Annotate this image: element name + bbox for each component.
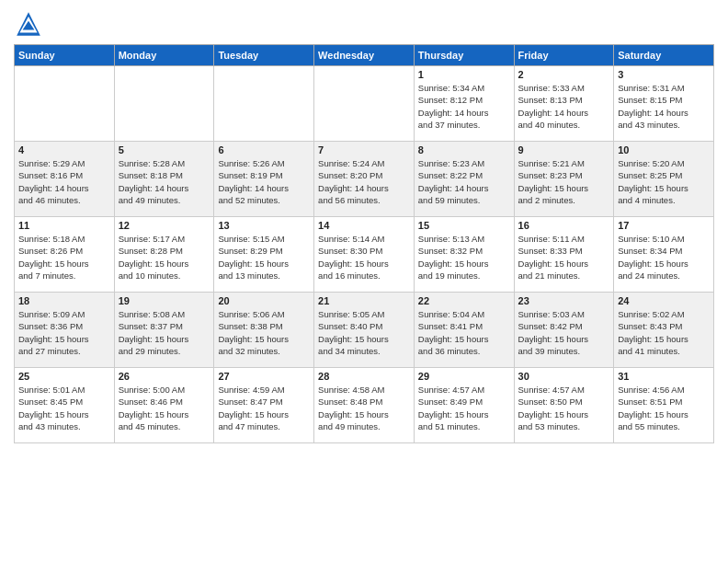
- day-info: Sunrise: 5:04 AM Sunset: 8:41 PM Dayligh…: [418, 308, 510, 357]
- day-number: 26: [119, 371, 210, 382]
- day-number: 10: [618, 144, 710, 155]
- calendar-cell: 24Sunrise: 5:02 AM Sunset: 8:43 PM Dayli…: [614, 293, 714, 368]
- day-info: Sunrise: 5:13 AM Sunset: 8:32 PM Dayligh…: [418, 233, 510, 282]
- day-number: 9: [518, 144, 610, 155]
- calendar-cell: 11Sunrise: 5:18 AM Sunset: 8:26 PM Dayli…: [15, 217, 115, 293]
- day-info: Sunrise: 5:17 AM Sunset: 8:28 PM Dayligh…: [119, 233, 210, 282]
- day-number: 18: [18, 295, 110, 306]
- week-row-5: 25Sunrise: 5:01 AM Sunset: 8:45 PM Dayli…: [15, 368, 714, 443]
- page-container: SundayMondayTuesdayWednesdayThursdayFrid…: [0, 0, 728, 563]
- day-info: Sunrise: 5:23 AM Sunset: 8:22 PM Dayligh…: [418, 157, 510, 206]
- calendar-cell: 30Sunrise: 4:57 AM Sunset: 8:50 PM Dayli…: [514, 368, 614, 443]
- day-number: 4: [18, 144, 110, 155]
- calendar-cell: 18Sunrise: 5:09 AM Sunset: 8:36 PM Dayli…: [15, 293, 115, 368]
- header: [14, 9, 714, 39]
- day-number: 6: [218, 144, 310, 155]
- calendar-cell: 21Sunrise: 5:05 AM Sunset: 8:40 PM Dayli…: [314, 293, 415, 368]
- logo: [14, 9, 47, 39]
- calendar-cell: 7Sunrise: 5:24 AM Sunset: 8:20 PM Daylig…: [314, 142, 415, 217]
- calendar-cell: 15Sunrise: 5:13 AM Sunset: 8:32 PM Dayli…: [414, 217, 514, 293]
- day-number: 28: [318, 371, 410, 382]
- calendar-cell: 16Sunrise: 5:11 AM Sunset: 8:33 PM Dayli…: [514, 217, 614, 293]
- weekday-header-wednesday: Wednesday: [314, 45, 415, 66]
- calendar-cell: 5Sunrise: 5:28 AM Sunset: 8:18 PM Daylig…: [114, 142, 214, 217]
- day-info: Sunrise: 5:10 AM Sunset: 8:34 PM Dayligh…: [618, 233, 710, 282]
- day-number: 2: [518, 69, 610, 80]
- day-info: Sunrise: 5:28 AM Sunset: 8:18 PM Dayligh…: [119, 157, 210, 206]
- calendar-cell: 12Sunrise: 5:17 AM Sunset: 8:28 PM Dayli…: [114, 217, 214, 293]
- calendar-cell: [15, 66, 115, 142]
- day-number: 31: [618, 371, 710, 382]
- calendar-cell: 4Sunrise: 5:29 AM Sunset: 8:16 PM Daylig…: [15, 142, 115, 217]
- week-row-1: 1Sunrise: 5:34 AM Sunset: 8:12 PM Daylig…: [15, 66, 714, 142]
- calendar-cell: 27Sunrise: 4:59 AM Sunset: 8:47 PM Dayli…: [214, 368, 314, 443]
- calendar-cell: 10Sunrise: 5:20 AM Sunset: 8:25 PM Dayli…: [614, 142, 714, 217]
- weekday-header-tuesday: Tuesday: [214, 45, 314, 66]
- calendar-cell: 28Sunrise: 4:58 AM Sunset: 8:48 PM Dayli…: [314, 368, 415, 443]
- day-number: 16: [518, 220, 610, 231]
- day-info: Sunrise: 5:05 AM Sunset: 8:40 PM Dayligh…: [318, 308, 410, 357]
- day-info: Sunrise: 5:11 AM Sunset: 8:33 PM Dayligh…: [518, 233, 610, 282]
- day-number: 19: [119, 295, 210, 306]
- day-number: 5: [119, 144, 210, 155]
- calendar-cell: 23Sunrise: 5:03 AM Sunset: 8:42 PM Dayli…: [514, 293, 614, 368]
- calendar-cell: [314, 66, 415, 142]
- day-number: 21: [318, 295, 410, 306]
- weekday-header-thursday: Thursday: [414, 45, 514, 66]
- day-number: 22: [418, 295, 510, 306]
- calendar-cell: 31Sunrise: 4:56 AM Sunset: 8:51 PM Dayli…: [614, 368, 714, 443]
- day-number: 17: [618, 220, 710, 231]
- calendar-cell: 22Sunrise: 5:04 AM Sunset: 8:41 PM Dayli…: [414, 293, 514, 368]
- calendar-cell: [214, 66, 314, 142]
- weekday-header-row: SundayMondayTuesdayWednesdayThursdayFrid…: [15, 45, 714, 66]
- calendar-cell: 20Sunrise: 5:06 AM Sunset: 8:38 PM Dayli…: [214, 293, 314, 368]
- day-number: 14: [318, 220, 410, 231]
- day-number: 12: [119, 220, 210, 231]
- day-info: Sunrise: 5:18 AM Sunset: 8:26 PM Dayligh…: [18, 233, 110, 282]
- day-info: Sunrise: 5:01 AM Sunset: 8:45 PM Dayligh…: [18, 384, 110, 432]
- day-info: Sunrise: 5:00 AM Sunset: 8:46 PM Dayligh…: [119, 384, 210, 432]
- calendar-cell: 29Sunrise: 4:57 AM Sunset: 8:49 PM Dayli…: [414, 368, 514, 443]
- day-number: 29: [418, 371, 510, 382]
- day-number: 20: [218, 295, 310, 306]
- calendar-cell: 1Sunrise: 5:34 AM Sunset: 8:12 PM Daylig…: [414, 66, 514, 142]
- day-info: Sunrise: 4:58 AM Sunset: 8:48 PM Dayligh…: [318, 384, 410, 432]
- day-number: 13: [218, 220, 310, 231]
- day-info: Sunrise: 5:26 AM Sunset: 8:19 PM Dayligh…: [218, 157, 310, 206]
- day-info: Sunrise: 5:08 AM Sunset: 8:37 PM Dayligh…: [119, 308, 210, 357]
- week-row-3: 11Sunrise: 5:18 AM Sunset: 8:26 PM Dayli…: [15, 217, 714, 293]
- week-row-2: 4Sunrise: 5:29 AM Sunset: 8:16 PM Daylig…: [15, 142, 714, 217]
- day-info: Sunrise: 5:34 AM Sunset: 8:12 PM Dayligh…: [418, 82, 510, 131]
- day-info: Sunrise: 5:29 AM Sunset: 8:16 PM Dayligh…: [18, 157, 110, 206]
- day-info: Sunrise: 4:56 AM Sunset: 8:51 PM Dayligh…: [618, 384, 710, 432]
- day-number: 15: [418, 220, 510, 231]
- day-info: Sunrise: 4:57 AM Sunset: 8:49 PM Dayligh…: [418, 384, 510, 432]
- weekday-header-friday: Friday: [514, 45, 614, 66]
- calendar-cell: 19Sunrise: 5:08 AM Sunset: 8:37 PM Dayli…: [114, 293, 214, 368]
- day-number: 25: [18, 371, 110, 382]
- calendar-cell: 25Sunrise: 5:01 AM Sunset: 8:45 PM Dayli…: [15, 368, 115, 443]
- day-number: 3: [618, 69, 710, 80]
- day-info: Sunrise: 5:21 AM Sunset: 8:23 PM Dayligh…: [518, 157, 610, 206]
- calendar-cell: 13Sunrise: 5:15 AM Sunset: 8:29 PM Dayli…: [214, 217, 314, 293]
- day-info: Sunrise: 5:24 AM Sunset: 8:20 PM Dayligh…: [318, 157, 410, 206]
- calendar-cell: [114, 66, 214, 142]
- day-info: Sunrise: 5:15 AM Sunset: 8:29 PM Dayligh…: [218, 233, 310, 282]
- day-info: Sunrise: 5:09 AM Sunset: 8:36 PM Dayligh…: [18, 308, 110, 357]
- day-number: 23: [518, 295, 610, 306]
- day-info: Sunrise: 5:03 AM Sunset: 8:42 PM Dayligh…: [518, 308, 610, 357]
- day-info: Sunrise: 5:31 AM Sunset: 8:15 PM Dayligh…: [618, 82, 710, 131]
- day-info: Sunrise: 4:57 AM Sunset: 8:50 PM Dayligh…: [518, 384, 610, 432]
- day-number: 8: [418, 144, 510, 155]
- calendar-cell: 6Sunrise: 5:26 AM Sunset: 8:19 PM Daylig…: [214, 142, 314, 217]
- day-info: Sunrise: 5:02 AM Sunset: 8:43 PM Dayligh…: [618, 308, 710, 357]
- calendar-cell: 3Sunrise: 5:31 AM Sunset: 8:15 PM Daylig…: [614, 66, 714, 142]
- day-info: Sunrise: 4:59 AM Sunset: 8:47 PM Dayligh…: [218, 384, 310, 432]
- calendar-cell: 14Sunrise: 5:14 AM Sunset: 8:30 PM Dayli…: [314, 217, 415, 293]
- day-info: Sunrise: 5:14 AM Sunset: 8:30 PM Dayligh…: [318, 233, 410, 282]
- calendar-cell: 17Sunrise: 5:10 AM Sunset: 8:34 PM Dayli…: [614, 217, 714, 293]
- calendar-cell: 26Sunrise: 5:00 AM Sunset: 8:46 PM Dayli…: [114, 368, 214, 443]
- day-number: 30: [518, 371, 610, 382]
- day-info: Sunrise: 5:06 AM Sunset: 8:38 PM Dayligh…: [218, 308, 310, 357]
- logo-icon: [14, 9, 43, 39]
